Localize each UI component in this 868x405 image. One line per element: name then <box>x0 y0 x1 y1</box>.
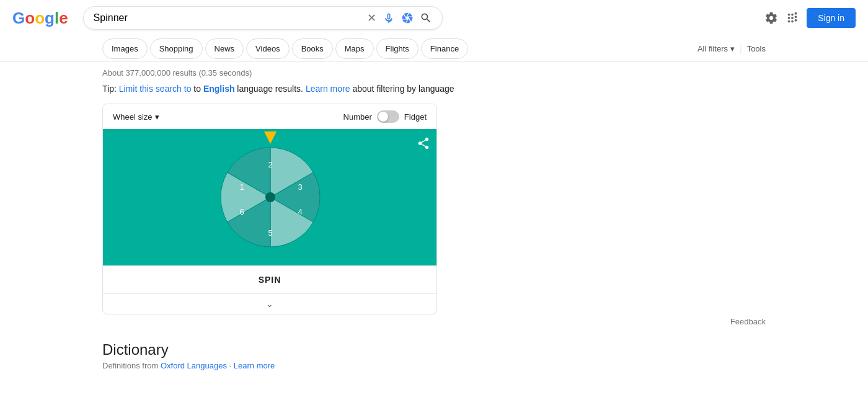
mic-icon <box>383 12 395 24</box>
results-area: About 377,000,000 results (0.35 seconds)… <box>0 62 868 376</box>
google-logo[interactable]: Google <box>12 9 68 28</box>
english-label: English <box>203 84 235 94</box>
spin-button[interactable]: SPIN <box>103 265 436 293</box>
nav-item-flights[interactable]: Flights <box>376 38 418 59</box>
dictionary-section: Dictionary Definitions from Oxford Langu… <box>102 341 766 370</box>
fidget-label: Fidget <box>404 112 427 122</box>
camera-icon <box>401 12 414 24</box>
svg-text:6: 6 <box>239 207 244 216</box>
share-button[interactable] <box>417 136 430 152</box>
nav-item-shopping[interactable]: Shopping <box>150 38 203 59</box>
nav-bar: Images Shopping News Videos Books Maps F… <box>0 36 868 62</box>
wheel-size-button[interactable]: Wheel size ▾ <box>113 112 159 122</box>
number-label: Number <box>343 112 372 122</box>
svg-text:4: 4 <box>298 207 302 216</box>
spinner-pointer <box>264 131 277 144</box>
search-input[interactable]: Spinner <box>94 12 367 24</box>
tools-button[interactable]: Tools <box>747 44 766 53</box>
svg-text:5: 5 <box>268 228 272 238</box>
image-search-button[interactable] <box>401 12 414 24</box>
dictionary-title: Dictionary <box>102 341 766 358</box>
results-count: About 377,000,000 results (0.35 seconds) <box>102 68 766 78</box>
grid-icon <box>786 11 799 25</box>
gear-icon <box>764 11 778 25</box>
number-fidget-toggle[interactable] <box>377 110 399 123</box>
nav-item-images[interactable]: Images <box>102 38 148 59</box>
svg-text:2: 2 <box>268 160 272 169</box>
share-icon <box>417 136 430 150</box>
wheel-container[interactable]: 2 3 4 5 6 1 <box>215 141 326 253</box>
learn-more-dictionary-link[interactable]: Learn more <box>234 361 275 370</box>
sign-in-button[interactable]: Sign in <box>807 8 856 28</box>
tip-middle: language results. <box>237 84 306 94</box>
nav-item-videos[interactable]: Videos <box>246 38 290 59</box>
all-filters-label: All filters <box>698 44 728 53</box>
oxford-languages-link[interactable]: Oxford Languages <box>161 361 227 370</box>
controls-right: Number Fidget <box>343 110 427 123</box>
limit-search-link[interactable]: Limit this search to <box>119 84 192 94</box>
nav-item-books[interactable]: Books <box>292 38 333 59</box>
search-button[interactable] <box>420 12 432 24</box>
learn-more-link[interactable]: Learn more <box>306 84 350 94</box>
chevron-down-icon: ⌄ <box>266 299 273 309</box>
tip-text: Tip: Limit this search to to English lan… <box>102 84 766 94</box>
wheel-size-label: Wheel size <box>113 112 153 122</box>
chevron-down-icon: ▾ <box>730 44 735 53</box>
definitions-from-label: Definitions from <box>102 361 158 370</box>
nav-item-finance[interactable]: Finance <box>421 38 468 59</box>
nav-item-news[interactable]: News <box>205 38 244 59</box>
header: Google Spinner ✕ Sign in <box>0 0 868 36</box>
nav-item-maps[interactable]: Maps <box>335 38 374 59</box>
svg-text:1: 1 <box>239 182 244 192</box>
spinner-controls: Wheel size ▾ Number Fidget <box>103 104 436 129</box>
spinner-canvas[interactable]: 2 3 4 5 6 1 <box>103 129 437 265</box>
spinner-widget: Wheel size ▾ Number Fidget <box>102 104 437 314</box>
all-filters-button[interactable]: All filters ▾ <box>698 44 735 53</box>
clear-button[interactable]: ✕ <box>367 12 376 24</box>
expand-button[interactable]: ⌄ <box>103 293 436 314</box>
tip-prefix: Tip: <box>102 84 119 94</box>
search-bar: Spinner ✕ <box>83 6 443 30</box>
voice-search-button[interactable] <box>383 12 395 24</box>
feedback-link[interactable]: Feedback <box>102 314 766 329</box>
svg-point-0 <box>265 192 275 202</box>
tip-end: about filtering by language <box>352 84 454 94</box>
apps-button[interactable] <box>786 11 799 25</box>
definitions-source: Definitions from Oxford Languages · Lear… <box>102 361 766 370</box>
search-icon <box>420 12 432 24</box>
spinner-wheel: 2 3 4 5 6 1 <box>215 141 326 253</box>
chevron-down-icon: ▾ <box>155 112 159 122</box>
settings-button[interactable] <box>764 11 778 25</box>
svg-text:3: 3 <box>298 182 302 192</box>
nav-right: All filters ▾ | Tools <box>698 44 766 54</box>
header-right: Sign in <box>764 8 856 28</box>
